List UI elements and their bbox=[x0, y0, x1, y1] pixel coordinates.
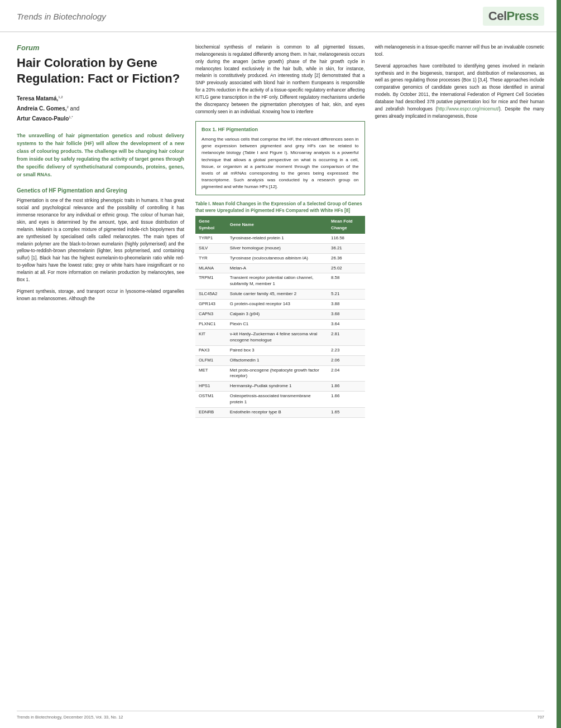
cell-symbol: MLANA bbox=[195, 263, 227, 273]
cell-value: 1.66 bbox=[328, 392, 365, 408]
page: Trends in Biotechnology CelPress Forum H… bbox=[0, 0, 561, 728]
cell-symbol: PAX3 bbox=[195, 345, 227, 355]
logo-cel: Cel bbox=[488, 9, 507, 23]
cell-value: 25.02 bbox=[328, 263, 365, 273]
cell-symbol: HPS1 bbox=[195, 382, 227, 392]
col-header-value: Mean Fold Change bbox=[328, 216, 365, 233]
article-title: Hair Coloration by Gene Regulation: Fact… bbox=[17, 55, 184, 86]
cell-name: Tyrosinase (oculocutaneous albinism IA) bbox=[227, 253, 328, 263]
table-row: PAX3Paired box 32.23 bbox=[195, 345, 365, 355]
table-row: METMet proto-oncogene (hepatocyte growth… bbox=[195, 365, 365, 382]
cell-symbol: OSTM1 bbox=[195, 392, 227, 408]
cell-name: Transient receptor potential cation chan… bbox=[227, 273, 328, 290]
cell-symbol: TRPM1 bbox=[195, 273, 227, 290]
right-col-text1: with melanogenesis in a tissue-specific … bbox=[375, 44, 545, 58]
table1-container: Table I. Mean Fold Changes in the Expres… bbox=[195, 201, 365, 418]
table-row: SILVSilver homologue (mouse)36.21 bbox=[195, 243, 365, 253]
table-row: OLFM1Olfactomedin 12.06 bbox=[195, 355, 365, 365]
cell-name: Tyrosinase-related protein 1 bbox=[227, 234, 328, 243]
cell-symbol: EDNRB bbox=[195, 408, 227, 418]
cell-name: Calpain 3 (p94) bbox=[227, 310, 328, 320]
author-2: Andreia C. Gomes,2 and bbox=[17, 104, 184, 114]
table-row: TYRTyrosinase (oculocutaneous albinism I… bbox=[195, 253, 365, 263]
middle-col-text1: biochemical synthesis of melanin is comm… bbox=[195, 44, 365, 115]
espcr-link[interactable]: http://www.espcr.org/micemut/ bbox=[437, 106, 499, 112]
col-header-name: Gene Name bbox=[227, 216, 328, 233]
cell-name: Osteopetrosis-associated transmembrane p… bbox=[227, 392, 328, 408]
cell-value: 3.68 bbox=[328, 310, 365, 320]
cell-name: Plexin C1 bbox=[227, 319, 328, 329]
cell-name: G protein-coupled receptor 143 bbox=[227, 300, 328, 310]
cell-symbol: SILV bbox=[195, 243, 227, 253]
abstract-text: The unravelling of hair pigmentation gen… bbox=[17, 132, 184, 179]
box1-title: Box 1. HF Pigmentation bbox=[202, 126, 359, 134]
table1: Gene Symbol Gene Name Mean Fold Change T… bbox=[195, 216, 365, 418]
cell-symbol: TYR bbox=[195, 253, 227, 263]
cell-value: 26.36 bbox=[328, 253, 365, 263]
table-row: EDNRBEndothelin receptor type B1.65 bbox=[195, 408, 365, 418]
cell-symbol: PLXNC1 bbox=[195, 319, 227, 329]
cell-value: 8.58 bbox=[328, 273, 365, 290]
right-column: with melanogenesis in a tissue-specific … bbox=[375, 44, 545, 422]
footer-journal-info: Trends in Biotechnology, December 2015, … bbox=[17, 715, 123, 720]
accent-bar bbox=[557, 0, 561, 728]
cell-symbol: CAPN3 bbox=[195, 310, 227, 320]
cell-value: 3.64 bbox=[328, 319, 365, 329]
author-name-3: Artur Cavaco-Paulo bbox=[17, 115, 69, 122]
celpress-text: CelPress bbox=[488, 9, 539, 23]
content-area: Forum Hair Coloration by Gene Regulation… bbox=[0, 32, 561, 433]
forum-label: Forum bbox=[17, 44, 184, 52]
celpress-logo: CelPress bbox=[483, 7, 544, 26]
author-3: Artur Cavaco-Paulo1,* bbox=[17, 114, 184, 124]
cell-name: Paired box 3 bbox=[227, 345, 328, 355]
cell-value: 116.58 bbox=[328, 234, 365, 243]
cell-value: 1.65 bbox=[328, 408, 365, 418]
table1-title: Table I. Mean Fold Changes in the Expres… bbox=[195, 201, 365, 214]
journal-title: Trends in Biotechnology bbox=[17, 12, 106, 21]
section1-body2: Pigment synthesis, storage, and transpor… bbox=[17, 288, 184, 302]
page-footer: Trends in Biotechnology, December 2015, … bbox=[17, 711, 544, 720]
author-name-1: Teresa Matamá, bbox=[17, 95, 58, 102]
table-row: CAPN3Calpain 3 (p94)3.68 bbox=[195, 310, 365, 320]
cell-symbol: SLC45A2 bbox=[195, 290, 227, 300]
right-col-text2: Several approaches have contributed to i… bbox=[375, 62, 545, 120]
table-row: HPS1Hermansky–Pudlak syndrome 11.86 bbox=[195, 382, 365, 392]
table-row: SLC45A2Solute carrier family 45, member … bbox=[195, 290, 365, 300]
table-row: KITv-kit Hardy–Zuckerman 4 feline sarcom… bbox=[195, 329, 365, 345]
cell-symbol: TYRP1 bbox=[195, 234, 227, 243]
author-1: Teresa Matamá,1,2 bbox=[17, 94, 184, 104]
cell-name: Olfactomedin 1 bbox=[227, 355, 328, 365]
section1-body1: Pigmentation is one of the most striking… bbox=[17, 197, 184, 283]
cell-name: Hermansky–Pudlak syndrome 1 bbox=[227, 382, 328, 392]
table-row: OSTM1Osteopetrosis-associated transmembr… bbox=[195, 392, 365, 408]
section1-heading: Genetics of HF Pigmentation and Greying bbox=[17, 187, 184, 194]
table-row: MLANAMelan-A25.02 bbox=[195, 263, 365, 273]
cell-symbol: KIT bbox=[195, 329, 227, 345]
left-column: Forum Hair Coloration by Gene Regulation… bbox=[17, 44, 184, 422]
cell-name: v-kit Hardy–Zuckerman 4 feline sarcoma v… bbox=[227, 329, 328, 345]
cell-value: 3.88 bbox=[328, 300, 365, 310]
table-row: GPR143G protein-coupled receptor 1433.88 bbox=[195, 300, 365, 310]
table-header-row: Gene Symbol Gene Name Mean Fold Change bbox=[195, 216, 365, 233]
cell-value: 1.86 bbox=[328, 382, 365, 392]
col-header-symbol: Gene Symbol bbox=[195, 216, 227, 233]
middle-column: biochemical synthesis of melanin is comm… bbox=[195, 44, 365, 422]
cell-name: Silver homologue (mouse) bbox=[227, 243, 328, 253]
cell-value: 2.04 bbox=[328, 365, 365, 382]
cell-value: 36.21 bbox=[328, 243, 365, 253]
header-bar: Trends in Biotechnology CelPress bbox=[0, 0, 561, 32]
table-row: PLXNC1Plexin C13.64 bbox=[195, 319, 365, 329]
right-columns: biochemical synthesis of melanin is comm… bbox=[195, 44, 544, 422]
cell-value: 2.81 bbox=[328, 329, 365, 345]
table-row: TYRP1Tyrosinase-related protein 1116.58 bbox=[195, 234, 365, 243]
authors-block: Teresa Matamá,1,2 Andreia C. Gomes,2 and… bbox=[17, 94, 184, 124]
cell-name: Met proto-oncogene (hepatocyte growth fa… bbox=[227, 365, 328, 382]
cell-name: Melan-A bbox=[227, 263, 328, 273]
cell-value: 5.21 bbox=[328, 290, 365, 300]
cell-value: 2.06 bbox=[328, 355, 365, 365]
cell-symbol: OLFM1 bbox=[195, 355, 227, 365]
table-body: TYRP1Tyrosinase-related protein 1116.58S… bbox=[195, 234, 365, 418]
cell-symbol: MET bbox=[195, 365, 227, 382]
cell-symbol: GPR143 bbox=[195, 300, 227, 310]
logo-press: Press bbox=[507, 9, 539, 23]
